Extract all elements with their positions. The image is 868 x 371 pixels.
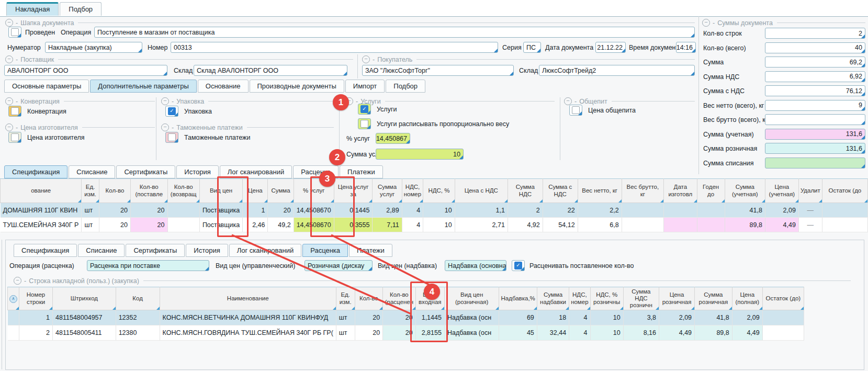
- cell[interactable]: [8, 325, 19, 341]
- cell[interactable]: 2,09: [659, 310, 695, 325]
- number-field[interactable]: 00313: [171, 42, 498, 53]
- cell[interactable]: 12352: [116, 310, 160, 325]
- cell[interactable]: 49,2: [268, 218, 294, 232]
- operation-field[interactable]: Поступление в магазин от поставщика: [94, 27, 695, 38]
- cell[interactable]: 10: [423, 218, 455, 232]
- cell[interactable]: шт: [82, 218, 99, 232]
- cell[interactable]: 45: [499, 325, 537, 341]
- param-tab-1[interactable]: Основные параметры: [4, 80, 89, 93]
- cell[interactable]: 4,49: [765, 218, 798, 232]
- collapse-icon[interactable]: [5, 55, 13, 63]
- cell[interactable]: 20: [130, 218, 167, 232]
- table-row[interactable]: 2481154800541112380КОНС.МЯСН.ГОВЯДИНА ТУ…: [8, 325, 804, 341]
- doc-time-field[interactable]: 14:16: [676, 42, 696, 53]
- services-percent-field[interactable]: 14,450867: [376, 133, 410, 144]
- column-header[interactable]: Код: [116, 287, 160, 310]
- customs-checkbox[interactable]: [165, 132, 178, 143]
- table-row[interactable]: ДОМАШНЯЯ 110Г КВИНшт2020Поставщика12014,…: [1, 203, 868, 218]
- column-header[interactable]: Сумма с НДС: [543, 179, 578, 203]
- column-header[interactable]: Сумма розничная: [695, 287, 732, 310]
- cell[interactable]: [167, 203, 199, 218]
- pricing-qty-checkbox[interactable]: [512, 260, 525, 271]
- cell[interactable]: 2,46: [243, 218, 268, 232]
- spec2-tab-3[interactable]: Сертификаты: [126, 244, 185, 257]
- spec2-tab-1[interactable]: Спецификация: [14, 244, 77, 257]
- cell[interactable]: 22: [543, 203, 578, 218]
- cell[interactable]: 4,49: [659, 325, 695, 341]
- column-header[interactable]: Сумма услуг: [373, 179, 402, 203]
- spec2-tab-6[interactable]: Расценка: [302, 244, 348, 257]
- spec1-tab-3[interactable]: Сертификаты: [116, 165, 175, 178]
- cell[interactable]: 14,4508670: [294, 203, 334, 218]
- series-field[interactable]: ПС: [523, 42, 541, 53]
- buyer-name-field[interactable]: ЗАО "ЛюксСофтТорг": [362, 65, 514, 76]
- cell[interactable]: Поставщика: [199, 203, 242, 218]
- param-tab-6[interactable]: Подбор: [386, 80, 425, 93]
- column-header[interactable]: Цена входная: [415, 287, 444, 310]
- cell[interactable]: 2,89: [373, 203, 402, 218]
- cell[interactable]: ДОМАШНЯЯ 110Г КВИН: [1, 203, 82, 218]
- collapse-icon[interactable]: [5, 19, 13, 27]
- totals-field[interactable]: 76,12: [765, 85, 865, 96]
- cell[interactable]: 4811548005411: [53, 325, 116, 341]
- cell[interactable]: [822, 218, 867, 232]
- cell[interactable]: 32,44: [537, 325, 569, 341]
- column-header[interactable]: Сумма НДС: [508, 179, 543, 203]
- cell[interactable]: Надбавка (осн: [444, 325, 499, 341]
- totals-field[interactable]: 9: [765, 100, 865, 111]
- column-header[interactable]: Остаток (до): [762, 287, 804, 310]
- cell[interactable]: 54,12: [543, 218, 578, 232]
- column-header[interactable]: Годен до: [697, 179, 725, 203]
- column-header[interactable]: Наименование: [160, 287, 336, 310]
- cell[interactable]: 20: [99, 203, 130, 218]
- cell[interactable]: 20: [355, 325, 383, 341]
- cell[interactable]: 2: [508, 203, 543, 218]
- cell[interactable]: 20: [383, 325, 416, 341]
- cell[interactable]: шт: [336, 310, 355, 325]
- totals-field[interactable]: 40: [765, 42, 865, 53]
- cell[interactable]: 2,8155: [415, 325, 444, 341]
- collapse-icon[interactable]: [5, 97, 13, 105]
- column-header[interactable]: НДС, %: [423, 179, 455, 203]
- param-tab-5[interactable]: Импорт: [345, 80, 385, 93]
- cell[interactable]: 20: [268, 203, 294, 218]
- column-header[interactable]: Цена розничная: [659, 287, 695, 310]
- totals-field[interactable]: 131,6: [765, 129, 865, 140]
- services-sum-field[interactable]: 10: [376, 149, 464, 160]
- collapse-icon[interactable]: [345, 97, 353, 105]
- cell[interactable]: 89,8: [695, 325, 732, 341]
- cell[interactable]: 41,8: [725, 203, 765, 218]
- pricing-markup-field[interactable]: Надбавка (основна: [445, 260, 506, 271]
- cell[interactable]: шт: [336, 325, 355, 341]
- spec1-tab-1[interactable]: Спецификация: [4, 165, 67, 178]
- supplier-warehouse-field[interactable]: Склад АВАЛОНТОРГ ООО: [194, 65, 347, 76]
- cell[interactable]: ТУШ.СЕМЕЙНАЯ 340Г Р: [1, 218, 82, 232]
- column-header[interactable]: Сумма надбавки: [537, 287, 569, 310]
- collapse-icon[interactable]: [14, 277, 21, 285]
- cell[interactable]: [167, 218, 199, 232]
- cell[interactable]: 12380: [116, 325, 160, 341]
- maker-price-checkbox[interactable]: [8, 132, 21, 143]
- column-header[interactable]: % услуг: [294, 179, 334, 203]
- column-header[interactable]: Дата изготовл: [664, 179, 697, 203]
- column-header[interactable]: Вид цен (розничная): [444, 287, 499, 310]
- cell[interactable]: 1: [19, 310, 53, 325]
- column-header[interactable]: Цена с НДС: [455, 179, 508, 203]
- column-header[interactable]: Надбавка,%: [499, 287, 537, 310]
- cell[interactable]: 1: [243, 203, 268, 218]
- cell[interactable]: —: [798, 218, 822, 232]
- column-header[interactable]: Вид цен: [199, 179, 242, 203]
- spec1-tab-5[interactable]: Лог сканирований: [220, 165, 292, 178]
- cell[interactable]: 2,09: [765, 203, 798, 218]
- buyer-warehouse-field[interactable]: ЛюксСофтТрейд2: [539, 65, 695, 76]
- param-tab-2[interactable]: Дополнительные параметры: [90, 80, 197, 93]
- cell[interactable]: 0,1445: [334, 203, 373, 218]
- column-header[interactable]: Вес брутто, кг: [622, 179, 663, 203]
- catering-checkbox[interactable]: [569, 105, 582, 116]
- cell[interactable]: 4,92: [508, 218, 543, 232]
- totals-field[interactable]: 6,92: [765, 71, 865, 82]
- cell[interactable]: 14,4508670: [294, 218, 334, 232]
- column-header[interactable]: Остаток (до: [822, 179, 867, 203]
- cell[interactable]: 3,8: [623, 310, 659, 325]
- cell[interactable]: 0,3555: [334, 218, 373, 232]
